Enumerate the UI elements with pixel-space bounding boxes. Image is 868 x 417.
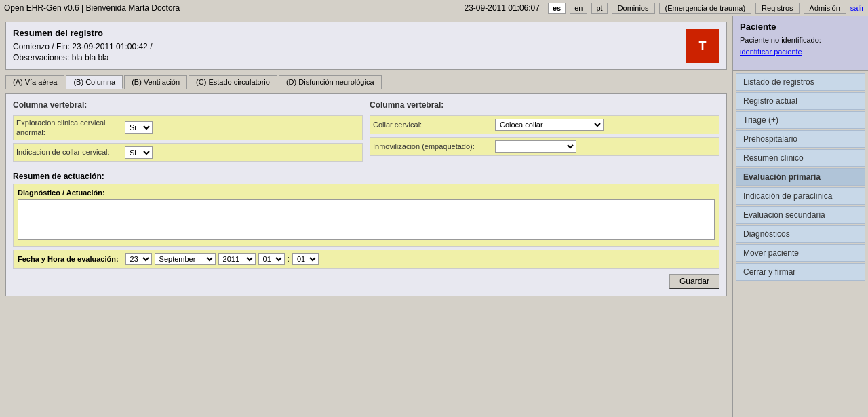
patient-text: Paciente no identificado:: [740, 36, 861, 44]
patient-title: Paciente: [740, 22, 861, 32]
fecha-year-select[interactable]: 2011 20102012: [218, 253, 256, 265]
diagnostico-label: Diagnóstico / Actuación:: [18, 188, 715, 197]
tab-ventilacion[interactable]: (B) Ventilación: [124, 75, 187, 89]
left-column: Columna vertebral: Exploracion clinica c…: [13, 100, 363, 165]
dominios-button[interactable]: Dominios: [612, 3, 655, 14]
left-col-title: Columna vertebral:: [13, 100, 363, 110]
menu-diagnosticos[interactable]: Diagnósticos: [736, 225, 865, 243]
content-area: Resumen del registro Comienzo / Fin: 23-…: [0, 16, 732, 417]
admision-button[interactable]: Admisión: [804, 3, 846, 14]
record-summary-title: Resumen del registro: [13, 28, 719, 38]
field-collar-label: Collar cervical:: [373, 120, 495, 130]
fecha-month-select[interactable]: September JanuaryFebruaryMarch: [155, 253, 216, 265]
registros-button[interactable]: Registros: [755, 3, 799, 14]
fecha-min-select[interactable]: 01 0203: [292, 253, 319, 265]
triage-button[interactable]: T: [686, 29, 719, 63]
field-indicacion-row: Indicacion de collar cervical: Si No: [13, 143, 363, 162]
menu-listado-registros[interactable]: Listado de registros: [736, 73, 865, 91]
guardar-row: Guardar: [13, 274, 719, 289]
identificar-paciente-link[interactable]: identificar paciente: [740, 47, 802, 56]
diagnostico-box: Diagnóstico / Actuación:: [13, 184, 719, 247]
menu-indicacion-paraclinca[interactable]: Indicación de paraclinica: [736, 187, 865, 205]
menu-evaluacion-secundaria[interactable]: Evaluación secundaria: [736, 206, 865, 224]
field-indicacion-select[interactable]: Si No: [125, 146, 153, 159]
form-area: Columna vertebral: Exploracion clinica c…: [5, 93, 727, 296]
tab-columna[interactable]: (B) Columna: [66, 75, 123, 89]
tab-via-aerea[interactable]: (A) Vía aérea: [5, 75, 64, 89]
field-exploracion-label: Exploracion clinica cervical anormal:: [16, 118, 125, 138]
fecha-hour-select[interactable]: 01 0203: [258, 253, 285, 265]
lang-en-button[interactable]: en: [570, 3, 587, 14]
app-title: Open EHR-Gen v0.6 | Bienvenida Marta Doc…: [4, 3, 460, 13]
diagnostico-textarea[interactable]: [18, 199, 715, 240]
record-summary-line1: Comienzo / Fin: 23-09-2011 01:00:42 /: [13, 42, 719, 52]
datetime: 23-09-2011 01:06:07: [465, 3, 540, 13]
fecha-separator: :: [288, 254, 290, 264]
record-summary-line2: Observaciones: bla bla bla: [13, 53, 719, 62]
field-collar-row: Collar cervical: Coloca collar No coloca: [370, 115, 719, 134]
field-indicacion-value: Si No: [125, 146, 359, 159]
salir-link[interactable]: salir: [850, 4, 864, 12]
resumen-section: Resumen de actuación: Diagnóstico / Actu…: [13, 172, 719, 269]
field-exploracion-row: Exploracion clinica cervical anormal: Si…: [13, 115, 363, 140]
menu-resumen-clinico[interactable]: Resumen clínico: [736, 149, 865, 167]
field-exploracion-value: Si No: [125, 121, 359, 134]
fecha-day-select[interactable]: 23 123: [125, 253, 152, 265]
field-inmovilizacion-select[interactable]: Si No: [495, 140, 576, 153]
right-col-title: Columna vertebral:: [370, 100, 719, 110]
field-indicacion-label: Indicacion de collar cervical:: [16, 147, 125, 157]
sidebar-menu: Listado de registros Registro actual Tri…: [733, 71, 868, 417]
menu-prehospitalario[interactable]: Prehospitalario: [736, 130, 865, 148]
field-collar-select[interactable]: Coloca collar No coloca: [495, 119, 604, 131]
guardar-button[interactable]: Guardar: [669, 274, 719, 289]
menu-mover-paciente[interactable]: Mover paciente: [736, 244, 865, 262]
lang-pt-button[interactable]: pt: [591, 3, 607, 14]
tabs-bar: (A) Vía aérea (B) Columna (B) Ventilació…: [5, 75, 727, 89]
record-summary: Resumen del registro Comienzo / Fin: 23-…: [5, 22, 727, 70]
fecha-row: Fecha y Hora de evaluación: 23 123 Septe…: [13, 250, 719, 269]
fecha-label: Fecha y Hora de evaluación:: [18, 255, 119, 263]
tab-disfuncion-neurologica[interactable]: (D) Disfunción neurológica: [279, 75, 382, 89]
menu-cerrar-firmar[interactable]: Cerrar y firmar: [736, 263, 865, 281]
menu-registro-actual[interactable]: Registro actual: [736, 92, 865, 110]
menu-evaluacion-primaria[interactable]: Evaluación primaria: [736, 168, 865, 186]
main-layout: Resumen del registro Comienzo / Fin: 23-…: [0, 16, 868, 417]
field-inmovilizacion-value: Si No: [495, 140, 716, 153]
sidebar: Paciente Paciente no identificado: ident…: [732, 16, 868, 417]
lang-es-button[interactable]: es: [548, 3, 566, 14]
topbar: Open EHR-Gen v0.6 | Bienvenida Marta Doc…: [0, 0, 868, 16]
field-inmovilizacion-row: Inmovilizacion (empaquetado): Si No: [370, 137, 719, 156]
resumen-title: Resumen de actuación:: [13, 172, 719, 181]
emergencia-button[interactable]: (Emergencia de trauma): [659, 3, 752, 14]
form-columns: Columna vertebral: Exploracion clinica c…: [13, 100, 719, 165]
right-column: Columna vertebral: Collar cervical: Colo…: [370, 100, 719, 165]
patient-box: Paciente Paciente no identificado: ident…: [733, 16, 868, 71]
field-inmovilizacion-label: Inmovilizacion (empaquetado):: [373, 142, 495, 151]
tab-estado-circulatorio[interactable]: (C) Estado circulatorio: [189, 75, 277, 89]
field-exploracion-select[interactable]: Si No: [125, 121, 153, 134]
menu-triage[interactable]: Triage (+): [736, 111, 865, 129]
field-collar-value: Coloca collar No coloca: [495, 119, 716, 131]
